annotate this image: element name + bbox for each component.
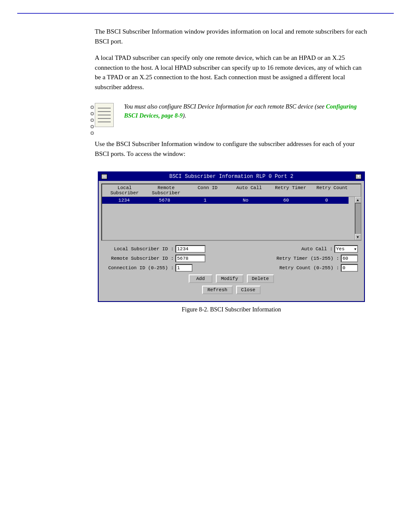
note-line-1 [98, 108, 111, 109]
connection-input[interactable] [175, 264, 193, 272]
figure-caption: Figure 8-2. BSCI Subscriber Information [182, 306, 281, 313]
refresh-button[interactable]: Refresh [202, 286, 232, 294]
note-box: You must also configure BSCI Device Info… [95, 102, 368, 129]
cell-retry-timer: 60 [266, 198, 306, 203]
connection-label: Connection ID (0-255) : [105, 265, 174, 271]
cell-retry-count: 0 [306, 198, 347, 203]
col-header-conn: Conn ID [187, 185, 228, 196]
table-data-area: 1234 5678 1 No 60 0 [102, 197, 361, 240]
col-header-retry-count: Retry Count [311, 185, 353, 196]
note-line-3 [98, 115, 111, 115]
spiral-dot-2 [90, 112, 94, 115]
retry-timer-input[interactable] [341, 255, 358, 262]
note-paper [95, 103, 114, 127]
bsci-body: Local Subscriber Remote Subscriber Conn … [99, 181, 364, 301]
paragraph-2: A local TPAD subscriber can specify only… [95, 53, 368, 92]
table-container: Local Subscriber Remote Subscriber Conn … [101, 184, 361, 241]
auto-call-label: Auto Call : [272, 246, 333, 252]
col-header-auto: Auto Call [228, 185, 270, 196]
form-row-3: Connection ID (0-255) : Retry Count (0-2… [105, 264, 358, 272]
titlebar-minimize-button[interactable]: — [101, 174, 107, 179]
content-area: The BSCI Subscriber Information window p… [0, 14, 411, 335]
note-line-2 [98, 111, 111, 112]
paragraph-3: Use the BSCI Subscriber Information wind… [95, 139, 368, 159]
scrollbar-up-button[interactable]: ▲ [355, 197, 361, 203]
spiral-dot-3 [90, 118, 94, 122]
auto-call-value: Yes [336, 246, 345, 252]
auto-call-select[interactable]: Yes ▼ [334, 245, 358, 253]
bsci-window: — BSCI Subscriber Information RLP 0 Port… [98, 171, 365, 302]
note-text-after: ). [183, 112, 186, 119]
close-button[interactable]: Close [236, 286, 261, 294]
scrollbar-down-button[interactable]: ▼ [355, 234, 361, 240]
col-header-retry-timer: Retry Timer [270, 185, 311, 196]
col-header-local: Local Subscriber [104, 185, 145, 196]
note-line-5 [98, 121, 111, 122]
bsci-title: BSCI Subscriber Information RLP 0 Port 2 [107, 174, 355, 180]
local-subscriber-input[interactable] [175, 245, 206, 253]
cell-auto: No [225, 198, 266, 203]
table-header-row: Local Subscriber Remote Subscriber Conn … [102, 184, 361, 197]
remote-subscriber-input[interactable] [175, 255, 206, 262]
table-row[interactable]: 1234 5678 1 No 60 0 [102, 197, 349, 204]
auto-call-dropdown-icon: ▼ [354, 247, 356, 251]
cell-conn: 1 [185, 198, 225, 203]
note-icon [95, 103, 117, 129]
note-text-before: You must also configure BSCI Device Info… [124, 103, 326, 110]
button-row-1: Add Modify Delete [105, 274, 358, 283]
table-rows-container: 1234 5678 1 No 60 0 [102, 197, 355, 234]
local-subscriber-label: Local Subscriber ID : [105, 246, 174, 252]
bsci-titlebar: — BSCI Subscriber Information RLP 0 Port… [99, 172, 364, 181]
button-row-2: Refresh Close [105, 286, 358, 294]
retry-timer-label: Retry Timer (15-255) : [277, 256, 339, 261]
retry-count-label: Retry Count (0-255) : [279, 265, 339, 271]
cell-local: 1234 [104, 198, 144, 203]
add-button[interactable]: Add [189, 274, 212, 283]
col-header-remote: Remote Subscriber [145, 185, 187, 196]
remote-subscriber-label: Remote Subscriber ID : [105, 256, 174, 261]
spiral-dot-5 [90, 131, 94, 135]
figure-container: — BSCI Subscriber Information RLP 0 Port… [95, 171, 368, 313]
titlebar-maximize-button[interactable]: ▼ [355, 174, 361, 179]
note-text: You must also configure BSCI Device Info… [124, 102, 368, 120]
paragraph-1: The BSCI Subscriber Information window p… [95, 27, 368, 46]
retry-count-input[interactable] [341, 264, 358, 272]
spiral-dot-4 [90, 125, 94, 128]
page: The BSCI Subscriber Information window p… [0, 13, 411, 532]
table-scrollbar[interactable]: ▲ ▼ [355, 197, 361, 240]
scrollbar-track[interactable] [355, 203, 361, 234]
form-row-1: Local Subscriber ID : Auto Call : Yes ▼ [105, 245, 358, 253]
table-empty-space [102, 204, 355, 234]
spiral-dot-1 [90, 106, 94, 109]
form-area: Local Subscriber ID : Auto Call : Yes ▼ … [101, 243, 361, 299]
note-line-4 [98, 118, 111, 119]
form-row-2: Remote Subscriber ID : Retry Timer (15-2… [105, 255, 358, 262]
delete-button[interactable]: Delete [247, 274, 274, 283]
cell-remote: 5678 [144, 198, 185, 203]
modify-button[interactable]: Modify [216, 274, 243, 283]
